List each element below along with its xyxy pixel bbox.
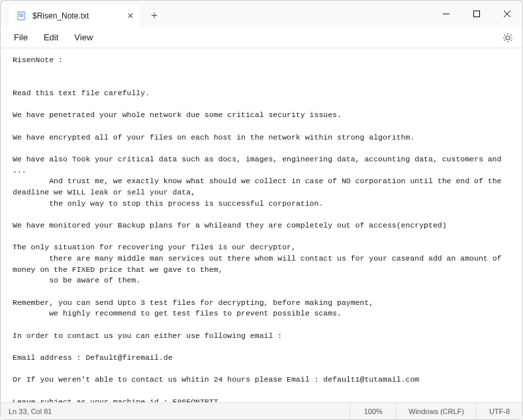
gear-icon bbox=[502, 32, 513, 43]
window-controls bbox=[431, 1, 522, 27]
close-tab-icon[interactable]: ✕ bbox=[125, 11, 136, 21]
text-line bbox=[13, 364, 510, 375]
text-line: In order to contact us you can either us… bbox=[13, 331, 510, 342]
maximize-button[interactable] bbox=[461, 3, 492, 24]
text-line: And trust me, we exactly know what shoul… bbox=[13, 176, 510, 198]
text-line: Email address : Default@firemail.de bbox=[13, 353, 510, 364]
menu-view[interactable]: View bbox=[66, 30, 101, 45]
notepad-icon bbox=[17, 11, 27, 21]
text-line bbox=[13, 121, 510, 132]
text-line bbox=[13, 341, 510, 353]
text-line: the only way to stop this process is suc… bbox=[13, 198, 510, 210]
text-line: we highly recommend to get test files to… bbox=[13, 308, 510, 319]
tab-title: $Risen_Note.txt bbox=[32, 11, 120, 21]
status-zoom[interactable]: 100% bbox=[350, 403, 396, 419]
text-line bbox=[13, 231, 510, 243]
text-line bbox=[13, 66, 510, 77]
text-line bbox=[13, 209, 510, 220]
status-position: Ln 33, Col 81 bbox=[1, 407, 350, 415]
status-line-ending: Windows (CRLF) bbox=[396, 403, 476, 419]
text-line: there are many middle man services out t… bbox=[13, 253, 510, 275]
notepad-window: $Risen_Note.txt ✕ ＋ File Edit View bbox=[0, 0, 523, 420]
text-line bbox=[13, 319, 510, 331]
text-line: Or If you weren't able to contact us whi… bbox=[13, 374, 510, 386]
text-line bbox=[13, 386, 510, 397]
menu-file[interactable]: File bbox=[6, 30, 36, 45]
tab-active[interactable]: $Risen_Note.txt ✕ bbox=[9, 5, 141, 27]
text-line: We have also Took your critical data suc… bbox=[13, 154, 510, 176]
text-line: RisenNote : bbox=[13, 55, 510, 66]
text-line: so be aware of them. bbox=[13, 275, 510, 286]
menubar: File Edit View bbox=[1, 27, 522, 48]
text-line: We have monitored your Backup plans for … bbox=[13, 220, 510, 231]
titlebar: $Risen_Note.txt ✕ ＋ bbox=[1, 1, 522, 27]
minimize-button[interactable] bbox=[431, 3, 461, 24]
statusbar: Ln 33, Col 81 100% Windows (CRLF) UTF-8 bbox=[1, 402, 522, 419]
new-tab-button[interactable]: ＋ bbox=[144, 5, 165, 26]
menu-edit[interactable]: Edit bbox=[36, 30, 66, 45]
svg-rect-5 bbox=[474, 11, 480, 17]
text-line bbox=[13, 77, 510, 88]
settings-button[interactable] bbox=[499, 28, 517, 47]
text-line: Remember, you can send Upto 3 test files… bbox=[13, 298, 510, 309]
svg-rect-0 bbox=[18, 12, 24, 20]
text-line bbox=[13, 99, 510, 110]
text-line: The only situation for recovering your f… bbox=[13, 242, 510, 253]
text-line bbox=[13, 286, 510, 298]
text-line: We have penetrated your whole network du… bbox=[13, 110, 510, 121]
close-button[interactable] bbox=[492, 3, 522, 24]
text-editor[interactable]: RisenNote : Read this text file carefull… bbox=[1, 48, 522, 402]
status-encoding: UTF-8 bbox=[476, 403, 522, 419]
text-line: Leave subject as your machine id : E86EQ… bbox=[13, 397, 510, 402]
text-line bbox=[13, 143, 510, 154]
text-line: Read this text file carefully. bbox=[13, 88, 510, 99]
text-line: We have encrypted all of your files on e… bbox=[13, 132, 510, 144]
